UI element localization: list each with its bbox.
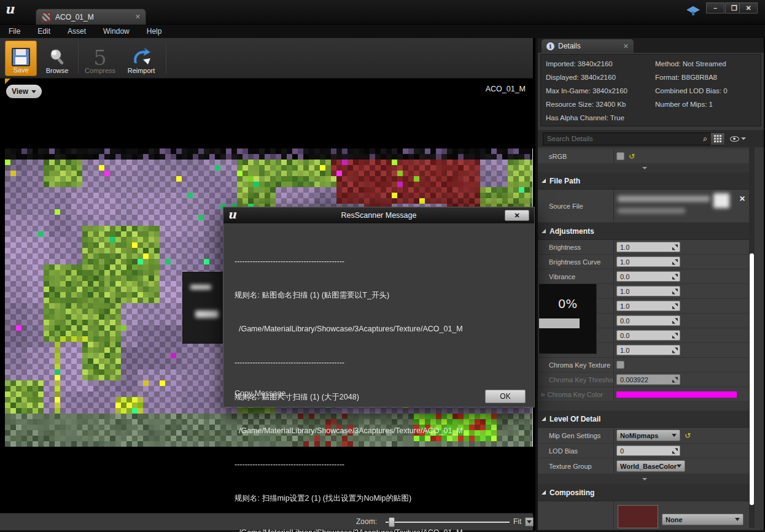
dialog-line: ----------------------------------------… [235, 256, 526, 267]
chroma-key-threshold-value: 0.003922 [620, 376, 648, 384]
srgb-row: sRGB ↺ [538, 149, 751, 164]
details-info-icon: i [546, 42, 554, 50]
max-alpha-input[interactable]: 1.0 [616, 345, 680, 355]
progress-percent: 0% [539, 296, 596, 311]
lod-bias-row: LOD Bias 0 [538, 444, 751, 458]
mip-gen-settings-value: NoMipmaps [620, 432, 658, 439]
menu-edit[interactable]: Edit [29, 27, 59, 36]
details-tab-row: i Details ✕ [538, 38, 764, 53]
vibrance-label: Vibrance [538, 269, 614, 283]
file-path-section-header[interactable]: File Path [538, 172, 751, 190]
menu-help[interactable]: Help [138, 27, 171, 36]
close-button[interactable]: ✕ [739, 2, 758, 13]
adjustments-header-label: Adjustments [549, 227, 594, 236]
spinner-icon[interactable] [672, 318, 678, 323]
srgb-label: sRGB [538, 149, 614, 163]
details-tab-close-icon[interactable]: ✕ [623, 42, 629, 50]
texture-group-row: Texture Group World_BaseColor [538, 458, 751, 474]
level-of-detail-section-header[interactable]: Level Of Detail [538, 411, 751, 428]
menu-file[interactable]: File [0, 27, 29, 36]
dialog-line: ----------------------------------------… [235, 459, 526, 470]
texture-group-dropdown[interactable]: World_BaseColor [616, 460, 685, 472]
info-format: Format: B8G8R8A8 [655, 71, 728, 84]
compositing-texture-thumbnail[interactable] [618, 505, 658, 528]
menu-window[interactable]: Window [95, 27, 138, 36]
lod-bias-value: 0 [620, 447, 624, 455]
spinner-icon[interactable] [672, 274, 678, 279]
spinner-icon[interactable] [672, 303, 678, 309]
expand-arrow-icon [642, 478, 647, 480]
view-menu-button[interactable]: View [6, 85, 42, 98]
chroma-key-texture-checkbox[interactable] [616, 361, 624, 369]
compress-button: 5 Compress [81, 40, 119, 76]
dialog-close-button[interactable]: ✕ [505, 210, 529, 221]
brightness-curve-input[interactable]: 1.0 [616, 256, 680, 267]
menu-asset[interactable]: Asset [59, 27, 95, 36]
tutorial-cap-icon[interactable] [686, 6, 700, 16]
reset-to-default-icon[interactable]: ↺ [629, 153, 635, 160]
lod-header-label: Level Of Detail [549, 415, 600, 423]
spinner-icon[interactable] [672, 259, 678, 264]
dialog-line: /Game/MaterialLibrary/Showcase/3Acapture… [235, 323, 526, 334]
minimize-button[interactable]: – [706, 2, 724, 13]
source-file-value[interactable]: ✕ [614, 190, 751, 222]
reset-to-default-icon[interactable]: ↺ [685, 432, 691, 439]
spinner-icon[interactable] [672, 333, 678, 338]
section-expanded-icon [542, 179, 546, 183]
section-expanded-icon [542, 417, 546, 421]
spinner-icon[interactable] [672, 347, 678, 353]
rgbcurve-input[interactable]: 1.0 [616, 301, 680, 311]
texture-info-right-column: Method: Not Streamed Format: B8G8R8A8 Co… [655, 57, 728, 111]
min-alpha-input[interactable]: 0.0 [616, 330, 680, 341]
ok-button[interactable]: OK [485, 390, 526, 403]
vibrance-row: Vibrance 0.0 [538, 269, 751, 284]
spinner-icon[interactable] [672, 448, 678, 453]
fit-dropdown-button[interactable] [525, 517, 534, 526]
expander-strip[interactable] [538, 164, 751, 172]
brightness-row: Brightness 1.0 [538, 240, 751, 255]
spinner-icon[interactable] [672, 288, 678, 294]
details-tab[interactable]: i Details ✕ [542, 39, 634, 53]
clear-source-file-icon[interactable]: ✕ [739, 195, 745, 203]
srgb-checkbox[interactable] [616, 152, 624, 160]
texture-info-left-column: Imported: 3840x2160 Displayed: 3840x2160… [546, 57, 627, 125]
redacted-path [618, 196, 710, 202]
chroma-key-color-label: ▹ Chroma Key Color [538, 387, 614, 401]
vibrance-input[interactable]: 0.0 [616, 271, 680, 282]
adjustments-section-header[interactable]: Adjustments [538, 223, 751, 240]
hue-input[interactable]: 0.0 [616, 315, 680, 326]
asset-tab-label: ACO_01_M [55, 13, 135, 21]
compositing-section-header[interactable]: Compositing [538, 484, 751, 501]
expander-strip[interactable] [538, 474, 751, 484]
compositing-row: None [538, 501, 751, 530]
texture-asset-icon [41, 12, 51, 22]
mip-gen-settings-dropdown[interactable]: NoMipmaps [616, 430, 680, 441]
grid-view-button[interactable] [710, 133, 725, 145]
asset-tab[interactable]: ACO_01_M ✕ [36, 9, 146, 25]
lod-bias-input[interactable]: 0 [616, 445, 680, 456]
info-displayed: Displayed: 3840x2160 [546, 71, 627, 84]
saturation-input[interactable]: 1.0 [616, 286, 680, 296]
spinner-icon[interactable] [672, 244, 678, 250]
dialog-title-bar[interactable]: u ResScanner Message ✕ [223, 207, 534, 223]
file-path-header-label: File Path [549, 177, 580, 185]
chroma-key-color-swatch[interactable] [616, 391, 737, 398]
copy-message-link[interactable]: Copy Message [235, 389, 285, 398]
visibility-filter-button[interactable] [728, 133, 748, 145]
reimport-arrow-icon [131, 47, 152, 67]
brightness-input[interactable]: 1.0 [616, 242, 680, 252]
browse-label: Browse [46, 67, 69, 74]
save-button[interactable]: Save [5, 40, 37, 76]
tab-close-icon[interactable]: ✕ [135, 13, 141, 21]
magnifier-icon [47, 47, 67, 67]
compositing-dropdown[interactable]: None [662, 514, 744, 525]
expander-arrow-icon[interactable]: ▹ [542, 390, 545, 398]
browse-button[interactable]: Browse [39, 40, 75, 76]
resscanner-dialog: u ResScanner Message ✕ -----------------… [223, 207, 535, 407]
search-input[interactable] [543, 133, 713, 145]
unreal-logo-icon: u [5, 1, 22, 16]
info-resource-size: Resource Size: 32400 Kb [546, 98, 627, 111]
texture-info-block: Imported: 3840x2160 Displayed: 3840x2160… [540, 54, 761, 126]
details-scrollbar-thumb[interactable] [750, 253, 754, 505]
reimport-button[interactable]: Reimport [122, 40, 161, 76]
